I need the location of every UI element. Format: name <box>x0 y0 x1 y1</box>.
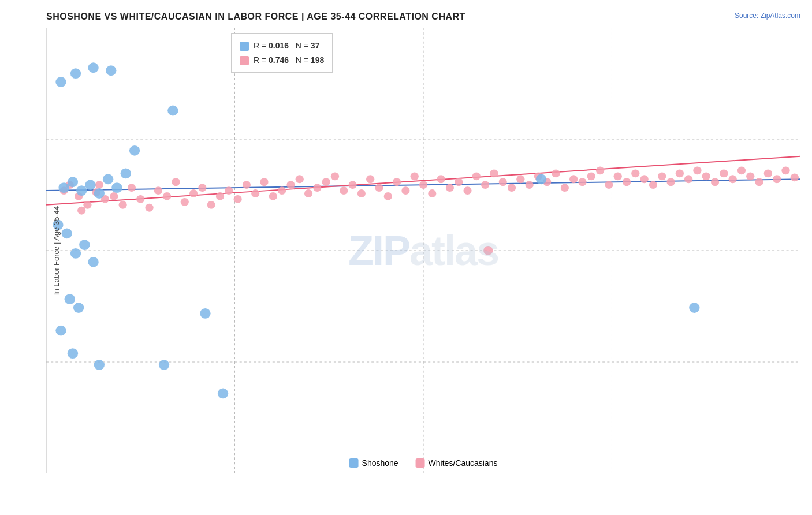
svg-point-40 <box>233 195 241 203</box>
svg-point-85 <box>631 169 639 177</box>
svg-point-55 <box>366 175 374 183</box>
svg-point-69 <box>490 169 498 177</box>
svg-point-78 <box>569 175 578 183</box>
shoshone-label: Shoshone <box>362 458 398 468</box>
white-legend-text: R = 0.746 N = 198 <box>254 53 324 68</box>
svg-point-128 <box>159 360 169 370</box>
svg-point-31 <box>154 186 162 195</box>
svg-point-61 <box>419 181 427 189</box>
white-caucasians-label: Whites/Caucasians <box>429 458 498 468</box>
svg-point-88 <box>658 172 666 180</box>
svg-point-37 <box>207 201 215 209</box>
svg-point-83 <box>614 172 622 180</box>
svg-point-42 <box>251 189 259 197</box>
svg-point-101 <box>773 175 781 183</box>
svg-point-79 <box>578 178 586 186</box>
svg-point-127 <box>94 360 105 370</box>
svg-point-106 <box>70 68 81 79</box>
svg-point-91 <box>684 175 692 183</box>
svg-point-114 <box>103 174 113 184</box>
svg-point-29 <box>136 195 144 203</box>
svg-point-35 <box>189 189 198 197</box>
svg-point-54 <box>357 189 366 197</box>
legend-white-caucasians: Whites/Caucasians <box>416 458 498 468</box>
svg-point-116 <box>121 168 131 178</box>
svg-point-34 <box>181 198 189 206</box>
chart-container: SHOSHONE VS WHITE/CAUCASIAN IN LABOR FOR… <box>0 0 812 515</box>
svg-point-82 <box>605 181 613 189</box>
svg-point-107 <box>88 62 98 73</box>
legend-shoshone: Shoshone <box>349 458 398 468</box>
svg-point-24 <box>77 207 85 215</box>
svg-point-90 <box>676 169 684 177</box>
svg-point-73 <box>526 181 534 189</box>
svg-point-109 <box>58 182 69 193</box>
svg-point-96 <box>729 175 737 183</box>
svg-point-52 <box>340 186 348 195</box>
svg-point-105 <box>55 77 66 87</box>
svg-point-125 <box>55 326 66 336</box>
svg-point-58 <box>393 178 401 186</box>
svg-point-80 <box>587 172 595 180</box>
white-bottom-swatch <box>416 458 425 468</box>
svg-point-99 <box>755 178 763 186</box>
chart-area: In Labor Force | Age 35-44 ZIPatlas R = … <box>46 28 800 473</box>
svg-point-64 <box>446 184 454 192</box>
svg-point-89 <box>666 178 675 186</box>
y-axis-label: In Labor Force | Age 35-44 <box>52 206 61 295</box>
svg-point-39 <box>225 186 233 195</box>
svg-point-44 <box>269 192 277 200</box>
svg-point-86 <box>640 175 648 183</box>
svg-point-93 <box>702 172 710 180</box>
svg-point-43 <box>260 178 268 186</box>
svg-point-123 <box>65 294 75 304</box>
svg-point-103 <box>791 173 799 181</box>
legend-row-white: R = 0.746 N = 198 <box>240 53 324 68</box>
white-swatch <box>240 56 249 65</box>
legend-box: R = 0.016 N = 37 R = 0.746 N = 198 <box>231 33 333 73</box>
svg-point-94 <box>711 178 719 186</box>
svg-point-71 <box>508 184 516 192</box>
svg-point-59 <box>401 186 409 195</box>
svg-point-108 <box>106 65 116 76</box>
svg-point-129 <box>200 308 210 319</box>
svg-point-27 <box>118 201 126 209</box>
svg-point-49 <box>313 184 321 192</box>
svg-point-119 <box>62 228 72 238</box>
svg-point-81 <box>596 167 604 175</box>
svg-point-56 <box>375 184 383 192</box>
svg-point-92 <box>693 167 701 175</box>
svg-point-95 <box>720 169 728 177</box>
svg-point-32 <box>163 192 171 200</box>
svg-point-104 <box>483 246 493 255</box>
svg-point-41 <box>243 181 251 189</box>
source-label: Source: ZipAtlas.com <box>735 12 800 20</box>
svg-point-33 <box>172 178 180 186</box>
svg-point-62 <box>428 189 436 197</box>
svg-point-126 <box>68 348 78 359</box>
svg-point-110 <box>68 177 78 187</box>
shoshone-swatch <box>240 42 249 51</box>
svg-point-131 <box>167 106 178 116</box>
svg-point-133 <box>536 174 546 184</box>
svg-point-112 <box>85 180 95 190</box>
svg-point-102 <box>781 167 789 175</box>
svg-point-50 <box>322 178 330 186</box>
svg-point-120 <box>70 248 81 259</box>
shoshone-legend-text: R = 0.016 N = 37 <box>254 39 319 53</box>
svg-point-72 <box>516 175 524 183</box>
svg-point-45 <box>278 186 286 195</box>
svg-point-60 <box>411 172 419 180</box>
svg-point-25 <box>95 181 103 189</box>
svg-point-130 <box>218 389 228 399</box>
svg-point-65 <box>455 178 463 186</box>
svg-point-21 <box>83 201 91 209</box>
bottom-legend: Shoshone Whites/Caucasians <box>349 458 498 468</box>
svg-point-121 <box>79 240 90 250</box>
svg-point-98 <box>746 172 754 180</box>
svg-point-124 <box>73 303 84 313</box>
svg-point-66 <box>463 186 471 195</box>
svg-point-113 <box>94 188 105 199</box>
svg-point-63 <box>437 175 445 183</box>
chart-title: SHOSHONE VS WHITE/CAUCASIAN IN LABOR FOR… <box>46 12 800 22</box>
